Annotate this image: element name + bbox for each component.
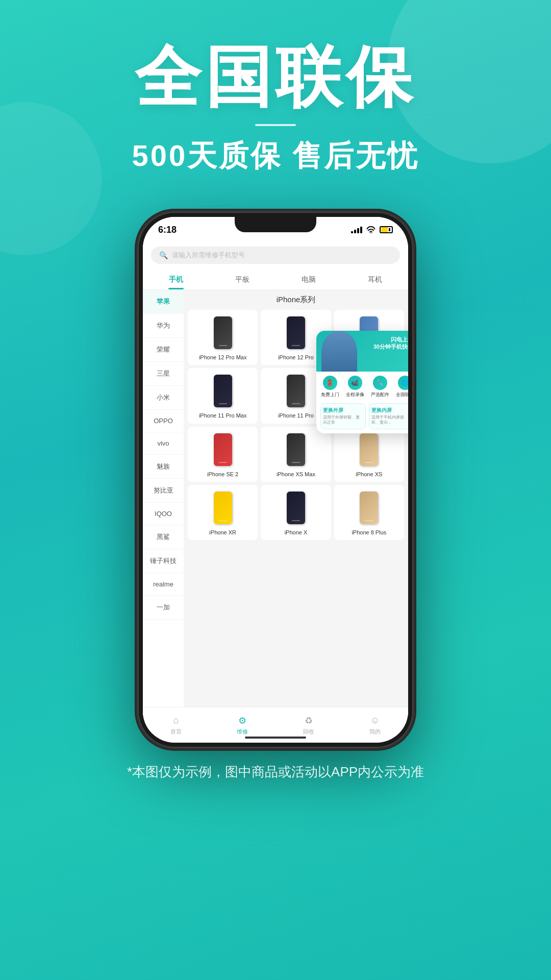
search-bar: 🔍 请输入所需维修手机型号: [143, 242, 408, 269]
home-icon: ⌂: [170, 715, 182, 726]
sidebar-item-hammer[interactable]: 锤子科技: [143, 549, 184, 573]
phone-img: [287, 316, 305, 349]
popup-service-parts: 🔧 严选配件: [368, 376, 391, 398]
hero-title: 全国联保: [0, 41, 551, 114]
popup-option-outer-title: 更换外屏: [323, 407, 363, 414]
popup-option-inner[interactable]: 更换内屏 适用于手机内屏损坏、显示...: [369, 403, 408, 429]
product-image: [283, 315, 309, 351]
tab-tablet[interactable]: 平板: [209, 272, 276, 289]
sidebar-item-nubia[interactable]: 努比亚: [143, 479, 184, 503]
series-title: iPhone系列: [188, 295, 404, 305]
tab-earphone[interactable]: 耳机: [342, 272, 408, 289]
product-item-iphonex[interactable]: iPhone X: [261, 485, 331, 540]
phone-img: [214, 492, 232, 524]
phone-screen: 6:18: [143, 217, 408, 743]
hero-divider: [255, 124, 296, 126]
popup-option-outer[interactable]: 更换外屏 适用于外屏碎裂、显示正常: [320, 403, 366, 429]
search-placeholder: 请输入所需维修手机型号: [172, 251, 245, 260]
popup-option-inner-title: 更换内屏: [371, 407, 408, 414]
sidebar-item-apple[interactable]: 苹果: [143, 290, 184, 314]
popup-title: 闪电上门: [391, 336, 408, 342]
phone-img: [287, 375, 305, 407]
product-name: iPhone 12 Pro: [278, 354, 314, 361]
sidebar-item-oppo[interactable]: OPPO: [143, 410, 184, 432]
tab-phone[interactable]: 手机: [143, 272, 209, 289]
product-name: iPhone 8 Plus: [352, 529, 386, 536]
hero-subtitle: 500天质保 售后无忧: [0, 136, 551, 176]
phone-img: [360, 492, 378, 524]
search-input-wrap[interactable]: 🔍 请输入所需维修手机型号: [151, 247, 400, 264]
product-image: [210, 315, 236, 351]
bottom-nav-home[interactable]: ⌂ 首页: [143, 707, 209, 743]
battery-icon: [380, 226, 393, 233]
product-item-iphone12promax[interactable]: iPhone 12 Pro Max: [188, 310, 258, 365]
popup-option-outer-desc: 适用于外屏碎裂、显示正常: [323, 415, 363, 426]
svg-point-0: [370, 233, 371, 233]
product-item-iphonexsmax[interactable]: iPhone XS Max: [261, 427, 331, 482]
popup-service-label-warranty: 全国联保: [396, 391, 409, 398]
footer-note-text: *本图仅为示例，图中商品或活动以APP内公示为准: [127, 764, 424, 779]
phone-notch: [235, 217, 316, 232]
category-tabs: 手机 平板 电脑 耳机: [143, 269, 408, 290]
popup-overlay: 闪电上门 30分钟手机快修 🚪 免费上门 📹 全程录像: [316, 331, 408, 433]
main-content: 苹果 华为 荣耀 三星 小米 OPPO vivo 魅族 努比亚 IQOO 黑鲨 …: [143, 290, 408, 734]
product-item-iphonexr[interactable]: iPhone XR: [188, 485, 258, 540]
sidebar: 苹果 华为 荣耀 三星 小米 OPPO vivo 魅族 努比亚 IQOO 黑鲨 …: [143, 290, 184, 734]
product-name: iPhone XS Max: [277, 471, 315, 478]
product-image: [210, 373, 236, 409]
phone-img: [214, 375, 232, 407]
phone-img: [360, 433, 378, 466]
popup-options: 更换外屏 适用于外屏碎裂、显示正常 更换内屏 适用于手机内屏损坏、显示...: [316, 400, 408, 433]
product-name: iPhone 11 Pro: [278, 412, 314, 419]
sidebar-item-realme[interactable]: realme: [143, 573, 184, 596]
sidebar-item-honor[interactable]: 荣耀: [143, 338, 184, 362]
phone-img: [214, 433, 232, 466]
phone-img: [214, 316, 232, 349]
popup-service-icon-video: 📹: [348, 376, 362, 390]
sidebar-item-vivo[interactable]: vivo: [143, 432, 184, 455]
popup-lightning-text: 闪电上门 30分钟手机快修: [373, 336, 408, 351]
sidebar-item-xiaomi[interactable]: 小米: [143, 386, 184, 410]
product-image: [283, 432, 309, 468]
product-image: [283, 373, 309, 409]
product-image: [210, 432, 236, 468]
home-indicator: [245, 737, 306, 739]
popup-option-inner-desc: 适用于手机内屏损坏、显示...: [371, 415, 408, 426]
popup-service-door: 🚪 免费上门: [318, 376, 341, 398]
popup-service-video: 📹 全程录像: [343, 376, 366, 398]
product-item-iphonexs[interactable]: iPhone XS: [334, 427, 404, 482]
bottom-nav-profile[interactable]: ☺ 我的: [342, 707, 408, 743]
profile-icon: ☺: [369, 715, 381, 726]
phone-img: [287, 433, 305, 466]
sidebar-item-huawei[interactable]: 华为: [143, 314, 184, 338]
tab-computer[interactable]: 电脑: [276, 272, 342, 289]
footer-note: *本图仅为示例，图中商品或活动以APP内公示为准: [0, 748, 551, 801]
sidebar-item-iqoo[interactable]: IQOO: [143, 503, 184, 525]
product-name: iPhone 12 Pro Max: [199, 354, 247, 361]
sidebar-item-oneplus[interactable]: 一加: [143, 596, 184, 620]
battery-tip: [389, 228, 390, 231]
product-name: iPhone XR: [209, 529, 236, 536]
product-item-iphone11promax[interactable]: iPhone 11 Pro Max: [188, 368, 258, 423]
sidebar-item-blackshark[interactable]: 黑鲨: [143, 525, 184, 549]
popup-service-icon-parts: 🔧: [373, 376, 387, 390]
product-image: [356, 490, 382, 526]
bottom-nav-recycle-label: 回收: [303, 728, 314, 736]
popup-header: 闪电上门 30分钟手机快修: [316, 331, 408, 372]
product-name: iPhone XS: [356, 471, 382, 478]
hero-section: 全国联保 500天质保 售后无忧: [0, 0, 551, 197]
sidebar-item-samsung[interactable]: 三星: [143, 362, 184, 386]
popup-service-label-parts: 严选配件: [371, 391, 389, 398]
product-item-iphonese2[interactable]: iPhone SE 2: [188, 427, 258, 482]
popup-service-label-door: 免费上门: [321, 391, 339, 398]
recycle-icon: ♻: [303, 715, 315, 726]
signal-icon: [351, 227, 362, 233]
phone-container: 6:18: [0, 212, 551, 748]
popup-person-image: [321, 331, 357, 372]
popup-service-icon-door: 🚪: [323, 376, 337, 390]
product-item-iphone8plus[interactable]: iPhone 8 Plus: [334, 485, 404, 540]
popup-service-icons: 🚪 免费上门 📹 全程录像 🔧 严选配件: [316, 372, 408, 400]
wifi-icon: [366, 226, 375, 233]
sidebar-item-meizu[interactable]: 魅族: [143, 455, 184, 479]
popup-subtitle: 30分钟手机快修: [373, 344, 408, 350]
